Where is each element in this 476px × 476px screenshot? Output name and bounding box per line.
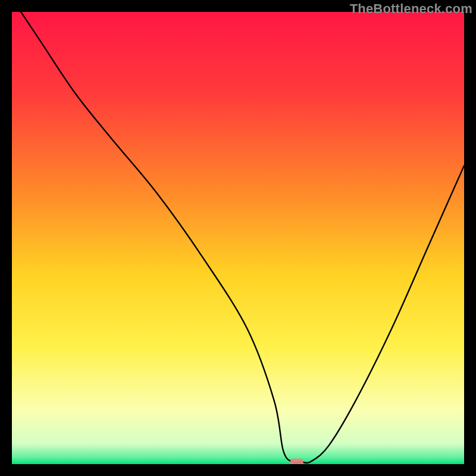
plot-area [12,12,464,464]
chart-container: TheBottleneck.com [0,0,476,476]
gradient-background [12,12,464,464]
optimum-marker [290,459,303,464]
bottleneck-chart [12,12,464,464]
watermark-text: TheBottleneck.com [350,1,472,17]
